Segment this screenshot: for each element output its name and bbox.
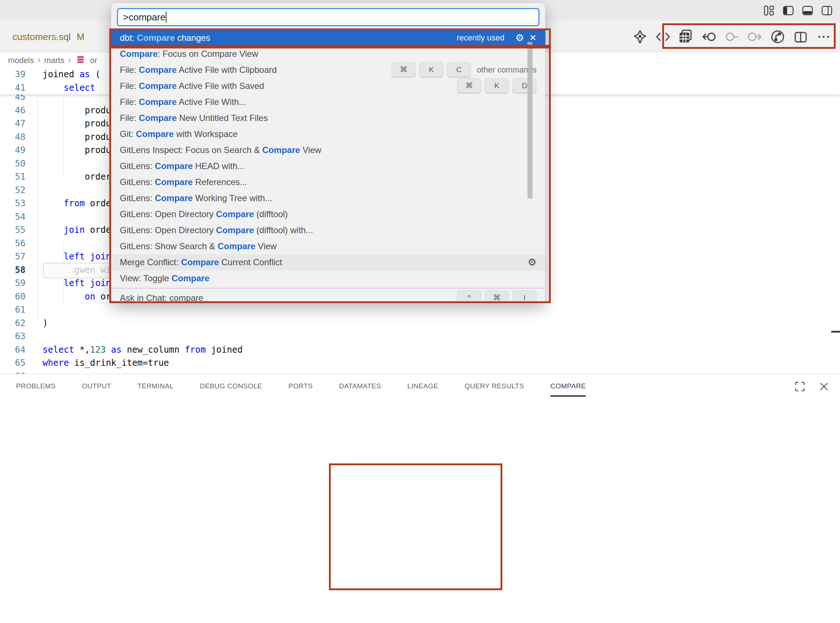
token: 123: [90, 345, 106, 355]
line-number: 58: [0, 263, 26, 277]
dbt-icon[interactable]: [632, 28, 648, 45]
command-label: GitLens: Open Directory Compare (difftoo…: [120, 225, 536, 235]
label-text: GitLens: Show Search &: [120, 241, 218, 251]
command-label: GitLens: Show Search & Compare View: [120, 241, 536, 252]
command-item[interactable]: GitLens: Compare HEAD with...: [111, 158, 545, 174]
command-label: GitLens: Compare HEAD with...: [120, 161, 536, 171]
command-item[interactable]: Git: Compare with Workspace: [111, 126, 545, 142]
configure-keybinding-icon[interactable]: ⚙: [528, 258, 536, 267]
command-item[interactable]: File: Compare New Untitled Text Files: [111, 110, 545, 126]
panel-tab-compare[interactable]: COMPARE: [550, 382, 586, 397]
code-line-65[interactable]: 65where is_drink_item=true: [0, 356, 840, 370]
breadcrumb-item[interactable]: or: [90, 56, 97, 65]
code-text: left join: [43, 252, 111, 262]
line-number: 56: [0, 237, 26, 250]
command-input-text: >compare: [123, 12, 166, 23]
match-highlight: Compare: [216, 225, 254, 235]
line-number: 39: [0, 68, 26, 81]
line-number: 49: [0, 144, 26, 157]
token: gwen wi: [74, 265, 111, 275]
command-label: GitLens: Compare Working Tree with...: [120, 193, 536, 203]
code-text: gwen wi: [43, 265, 111, 275]
token: select: [43, 345, 74, 355]
palette-scrollbar[interactable]: [527, 42, 533, 199]
command-item[interactable]: GitLens: Compare Working Tree with...: [111, 190, 545, 206]
label-text: (difftool) with...: [254, 225, 313, 235]
command-item[interactable]: Ask in Chat: compare^⌘I: [111, 290, 545, 302]
panel-tab-output[interactable]: OUTPUT: [82, 382, 112, 397]
match-highlight: Compare: [136, 129, 174, 139]
command-item[interactable]: File: Compare Active File With...: [111, 94, 545, 110]
panel-tab-query-results[interactable]: QUERY RESULTS: [464, 382, 524, 397]
code-line-63[interactable]: 63: [0, 330, 840, 343]
keybinding-key: K: [485, 78, 509, 94]
keybinding-key: ⌘: [457, 78, 481, 94]
command-label: dbt: Compare changes: [120, 33, 457, 43]
command-item[interactable]: GitLens: Open Directory Compare (difftoo…: [111, 222, 545, 238]
bottom-panel: PROBLEMSOUTPUTTERMINALDEBUG CONSOLEPORTS…: [0, 374, 840, 623]
token: as: [80, 69, 90, 80]
command-item[interactable]: GitLens: Open Directory Compare (difftoo…: [111, 206, 545, 222]
editor-tab-customers-sql[interactable]: customers.sql M: [7, 21, 84, 53]
command-item[interactable]: Compare: Focus on Compare View: [111, 46, 545, 62]
code-text: produ: [43, 105, 111, 115]
label-text: with Workspace: [174, 129, 238, 139]
command-label: GitLens Inspect: Focus on Search & Compa…: [120, 145, 536, 155]
toggle-panel-icon[interactable]: [801, 4, 814, 17]
more-actions-icon[interactable]: [815, 28, 832, 45]
breadcrumb-item[interactable]: models: [8, 56, 34, 65]
keybinding-key: C: [447, 62, 471, 78]
keybinding-key: I: [512, 290, 536, 302]
match-highlight: Compare: [155, 193, 193, 203]
match-highlight: Compare: [216, 209, 254, 219]
command-item[interactable]: View: Toggle Compare: [111, 270, 545, 286]
command-item[interactable]: GitLens Inspect: Focus on Search & Compa…: [111, 142, 545, 158]
panel-tab-terminal[interactable]: TERMINAL: [137, 382, 173, 397]
command-item[interactable]: dbt: Compare changesrecently used⚙✕: [111, 30, 545, 46]
command-item[interactable]: GitLens: Show Search & Compare View: [111, 238, 545, 254]
split-editor-icon[interactable]: [792, 28, 809, 45]
toggle-secondary-sidebar-icon[interactable]: [820, 4, 834, 17]
lineage-icon[interactable]: [769, 28, 786, 45]
command-item[interactable]: File: Compare Active File with Saved⌘KD: [111, 78, 545, 94]
line-number: 51: [0, 170, 26, 184]
line-number: 59: [0, 276, 26, 290]
code-line-66[interactable]: 66: [0, 370, 840, 374]
command-item[interactable]: GitLens: Compare References...: [111, 174, 545, 190]
run-with-upstream-icon[interactable]: [701, 28, 717, 45]
code-icon[interactable]: [655, 28, 671, 45]
panel-tab-datamates[interactable]: DATAMATES: [339, 382, 382, 397]
close-panel-icon[interactable]: [817, 379, 831, 394]
customize-layout-icon[interactable]: [762, 4, 776, 17]
match-highlight: Compare: [155, 161, 193, 171]
label-text: Ask in Chat: compare: [120, 293, 203, 302]
label-text: Active File With...: [177, 97, 246, 107]
query-table-icon[interactable]: [678, 28, 694, 45]
breadcrumb-item[interactable]: marts: [44, 56, 64, 65]
panel-tab-debug-console[interactable]: DEBUG CONSOLE: [200, 382, 262, 397]
label-text: GitLens:: [120, 193, 155, 203]
toggle-primary-sidebar-icon[interactable]: [782, 4, 795, 17]
code-line-62[interactable]: 62): [0, 317, 840, 330]
tab-filename: customers.sql: [12, 31, 71, 43]
panel-tab-ports[interactable]: PORTS: [288, 382, 313, 397]
label-text: : Focus on Compare View: [158, 49, 258, 59]
remove-from-recent-icon[interactable]: ✕: [529, 33, 536, 43]
configure-keybinding-icon[interactable]: ⚙: [515, 33, 524, 43]
command-label: GitLens: Compare References...: [120, 177, 536, 187]
label-text: File:: [120, 65, 139, 75]
panel-tab-problems[interactable]: PROBLEMS: [16, 382, 56, 397]
code-line-64[interactable]: 64select *,123 as new_column from joined: [0, 343, 840, 357]
command-label: File: Compare Active File with Clipboard: [120, 65, 388, 75]
editor-toolbar: [632, 21, 832, 53]
code-text: on or: [43, 292, 111, 302]
command-item[interactable]: Merge Conflict: Compare Current Conflict…: [111, 254, 545, 270]
command-input[interactable]: >compare: [117, 8, 540, 26]
command-item[interactable]: File: Compare Active File with Clipboard…: [111, 62, 545, 78]
code-line-61[interactable]: 61: [0, 303, 840, 317]
panel-tab-lineage[interactable]: LINEAGE: [407, 382, 438, 397]
label-text: Active File with Saved: [177, 81, 264, 91]
maximize-panel-icon[interactable]: [792, 379, 807, 394]
line-number: 50: [0, 157, 26, 170]
token: orde: [85, 198, 111, 209]
